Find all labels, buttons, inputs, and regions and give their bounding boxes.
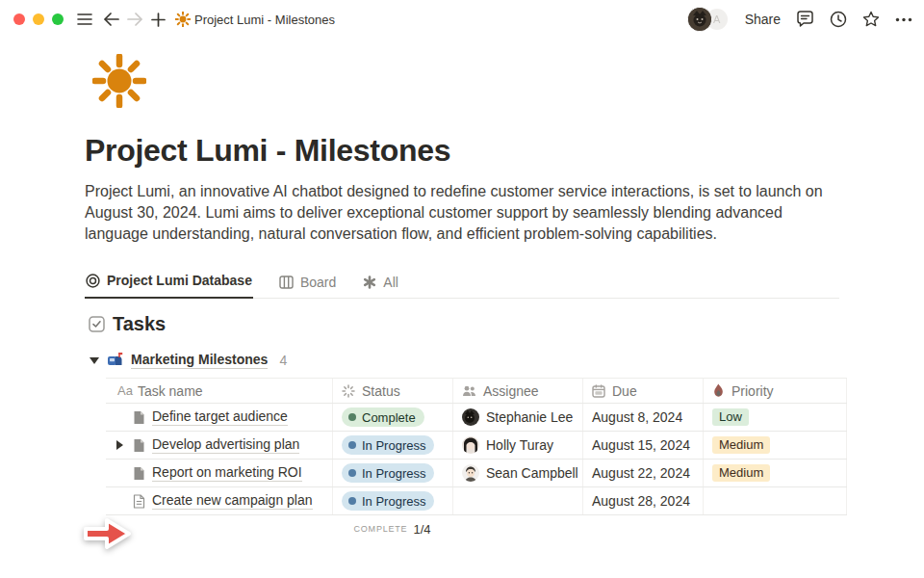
column-header-status[interactable]: Status	[332, 379, 452, 403]
tab-all[interactable]: All	[362, 268, 399, 299]
tab-board[interactable]: Board	[278, 268, 337, 299]
text-property-icon: Aa	[106, 383, 133, 398]
favorite-star-icon[interactable]	[862, 11, 880, 28]
status-burst-icon	[342, 384, 355, 398]
assignee-empty-cell[interactable]	[452, 487, 582, 514]
status-dot	[348, 497, 356, 505]
column-header-assignee[interactable]: Assignee	[452, 379, 582, 403]
close-window-button[interactable]	[13, 13, 25, 25]
page-sun-icon[interactable]	[92, 54, 146, 108]
minimize-window-button[interactable]	[33, 13, 44, 25]
status-pill[interactable]: Complete	[342, 407, 424, 427]
page-doc-outline-icon	[133, 494, 145, 509]
tasks-section-header: Tasks	[89, 313, 839, 335]
checkbox-icon	[89, 316, 105, 332]
more-options-icon[interactable]	[895, 17, 912, 22]
page-content: Project Lumi - Milestones Project Lumi, …	[85, 39, 839, 542]
flame-icon	[712, 383, 725, 398]
calc-value: 1/4	[413, 522, 430, 537]
status-pill[interactable]: In Progress	[342, 463, 434, 483]
task-link[interactable]: Create new campaign plan	[152, 492, 313, 510]
status-pill[interactable]: In Progress	[342, 435, 434, 455]
page-title[interactable]: Project Lumi - Milestones	[85, 133, 839, 169]
collaborator-avatars[interactable]: A	[687, 7, 730, 32]
status-pill[interactable]: In Progress	[342, 491, 434, 511]
avatar	[462, 436, 479, 454]
history-icon[interactable]	[830, 11, 847, 28]
group-marketing-milestones[interactable]: Marketing Milestones 4	[90, 352, 839, 369]
status-dot	[348, 413, 356, 421]
table-footer: COMPLETE 1/4	[106, 515, 847, 542]
assignee[interactable]: Holly Turay	[462, 436, 553, 454]
page-description[interactable]: Project Lumi, an innovative AI chatbot d…	[85, 181, 839, 245]
calc-label: COMPLETE	[354, 524, 408, 534]
app-window: Project Lumi - Milestones A Share	[0, 0, 924, 578]
column-header-task-name[interactable]: Aa Task name	[106, 379, 332, 403]
window-title: Project Lumi - Milestones	[194, 13, 335, 27]
due-date[interactable]: August 28, 2024	[592, 493, 690, 509]
table-header-row: Aa Task name Status Assignee Due P	[106, 378, 847, 404]
traffic-lights	[13, 13, 64, 25]
status-dot	[348, 441, 356, 449]
due-date[interactable]: August 15, 2024	[592, 437, 690, 453]
zoom-window-button[interactable]	[52, 13, 64, 25]
sidebar-toggle-icon[interactable]	[75, 10, 94, 29]
avatar	[462, 408, 479, 426]
toolbar: Project Lumi - Milestones A Share	[0, 0, 924, 39]
due-date[interactable]: August 22, 2024	[592, 465, 690, 481]
status-dot	[348, 469, 356, 477]
status-column-calculation[interactable]: COMPLETE 1/4	[332, 515, 452, 542]
task-link[interactable]: Develop advertising plan	[152, 436, 299, 454]
user-avatar[interactable]	[687, 7, 712, 32]
tasks-section-title[interactable]: Tasks	[113, 313, 166, 335]
task-link[interactable]: Define target audience	[152, 408, 288, 426]
comments-icon[interactable]	[796, 11, 814, 28]
new-tab-icon[interactable]	[148, 10, 167, 29]
page-doc-icon	[133, 466, 145, 481]
mailbox-icon	[107, 353, 123, 368]
share-button[interactable]: Share	[745, 12, 781, 27]
table-row[interactable]: Report on marketing ROI In Progress Sean…	[106, 460, 847, 487]
target-icon	[86, 274, 100, 288]
task-link[interactable]: Report on marketing ROI	[152, 464, 302, 482]
column-header-priority[interactable]: Priority	[703, 379, 847, 403]
people-icon	[462, 385, 476, 397]
assignee[interactable]: Sean Campbell	[462, 464, 578, 482]
group-name[interactable]: Marketing Milestones	[131, 352, 268, 369]
view-tabs: Project Lumi Database Board All	[85, 266, 839, 299]
table-row[interactable]: Define target audience Complete Stephani…	[106, 404, 847, 432]
priority-tag[interactable]: Low	[712, 408, 749, 426]
forward-icon[interactable]	[125, 10, 144, 29]
column-header-due[interactable]: Due	[582, 379, 703, 403]
expand-row-icon[interactable]	[116, 440, 123, 450]
tab-project-lumi-database[interactable]: Project Lumi Database	[85, 266, 253, 299]
board-icon	[279, 276, 294, 289]
assignee[interactable]: Stephanie Lee	[462, 408, 573, 426]
tasks-table: Aa Task name Status Assignee Due P	[106, 378, 847, 542]
calendar-icon	[592, 384, 605, 398]
back-icon[interactable]	[101, 10, 120, 29]
asterisk-icon	[363, 276, 376, 289]
avatar	[462, 464, 479, 482]
group-count: 4	[279, 353, 287, 368]
page-doc-icon	[133, 410, 145, 425]
priority-empty-cell[interactable]	[703, 487, 847, 514]
table-row[interactable]: Develop advertising plan In Progress Hol…	[106, 432, 847, 460]
priority-tag[interactable]: Medium	[712, 436, 770, 454]
priority-tag[interactable]: Medium	[712, 464, 770, 482]
table-row[interactable]: Create new campaign plan In Progress Aug…	[106, 487, 847, 515]
page-doc-icon	[133, 438, 145, 453]
due-date[interactable]: August 8, 2024	[592, 409, 682, 425]
page-sun-icon-small	[173, 10, 192, 29]
collapse-group-icon[interactable]	[90, 357, 99, 364]
